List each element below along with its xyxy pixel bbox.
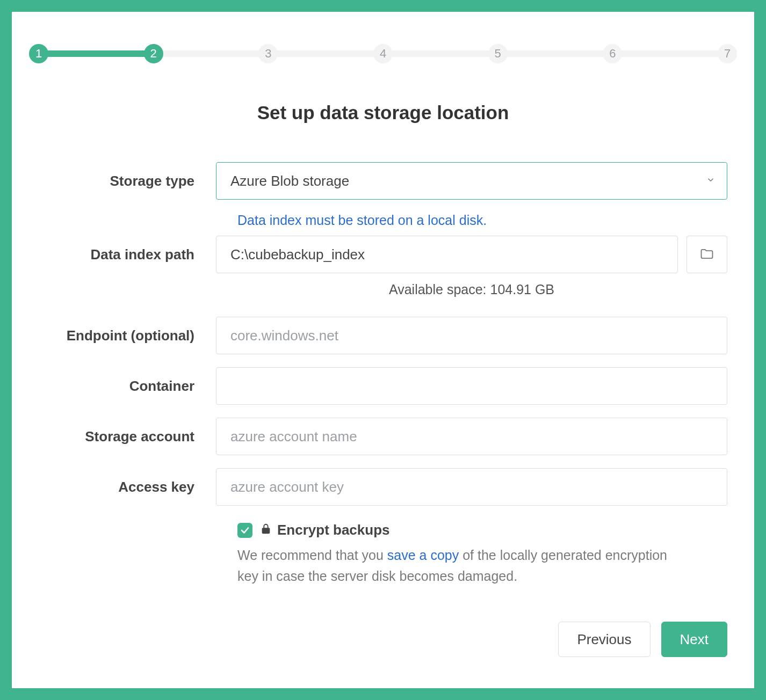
row-storage-account: Storage account <box>39 418 727 455</box>
previous-button[interactable]: Previous <box>558 622 650 657</box>
container-input[interactable] <box>216 367 727 405</box>
storage-type-select-wrap: Azure Blob storage <box>216 162 727 200</box>
browse-folder-button[interactable] <box>686 236 727 273</box>
stepper: 1 2 3 4 5 6 7 <box>39 43 727 64</box>
encrypt-description: We recommend that you save a copy of the… <box>237 545 678 587</box>
storage-account-label: Storage account <box>39 428 216 445</box>
page-title: Set up data storage location <box>39 102 727 123</box>
row-data-index: Data index path <box>39 236 727 273</box>
row-access-key: Access key <box>39 468 727 506</box>
wizard-card: 1 2 3 4 5 6 7 Set up data storage locati… <box>12 12 754 688</box>
next-button[interactable]: Next <box>661 622 727 657</box>
endpoint-input[interactable] <box>216 317 727 354</box>
step-7[interactable]: 7 <box>718 44 737 63</box>
wizard-footer: Previous Next <box>558 622 727 657</box>
data-index-label: Data index path <box>39 246 216 263</box>
encrypt-label: Encrypt backups <box>260 522 390 538</box>
row-storage-type: Storage type Azure Blob storage <box>39 162 727 200</box>
storage-type-label: Storage type <box>39 173 216 189</box>
access-key-input[interactable] <box>216 468 727 506</box>
step-5[interactable]: 5 <box>488 44 508 63</box>
access-key-label: Access key <box>39 479 216 495</box>
encrypt-checkbox[interactable] <box>237 523 252 538</box>
lock-icon <box>260 522 272 538</box>
data-index-note: Data index must be stored on a local dis… <box>237 213 727 228</box>
step-2[interactable]: 2 <box>144 44 163 63</box>
step-1[interactable]: 1 <box>29 44 48 63</box>
available-space: Available space: 104.91 GB <box>216 282 727 297</box>
folder-icon <box>699 246 714 263</box>
encrypt-label-text: Encrypt backups <box>277 522 390 538</box>
step-4[interactable]: 4 <box>373 44 393 63</box>
encrypt-desc-before: We recommend that you <box>237 548 387 563</box>
endpoint-label: Endpoint (optional) <box>39 327 216 344</box>
data-index-input[interactable] <box>216 236 678 273</box>
encrypt-section: Encrypt backups We recommend that you sa… <box>237 522 727 587</box>
stepper-fill <box>39 50 154 57</box>
storage-account-input[interactable] <box>216 418 727 455</box>
save-copy-link[interactable]: save a copy <box>387 548 459 563</box>
step-6[interactable]: 6 <box>603 44 622 63</box>
row-container: Container <box>39 367 727 405</box>
container-label: Container <box>39 378 216 395</box>
row-endpoint: Endpoint (optional) <box>39 317 727 354</box>
storage-type-select[interactable]: Azure Blob storage <box>216 162 727 200</box>
step-3[interactable]: 3 <box>258 44 278 63</box>
